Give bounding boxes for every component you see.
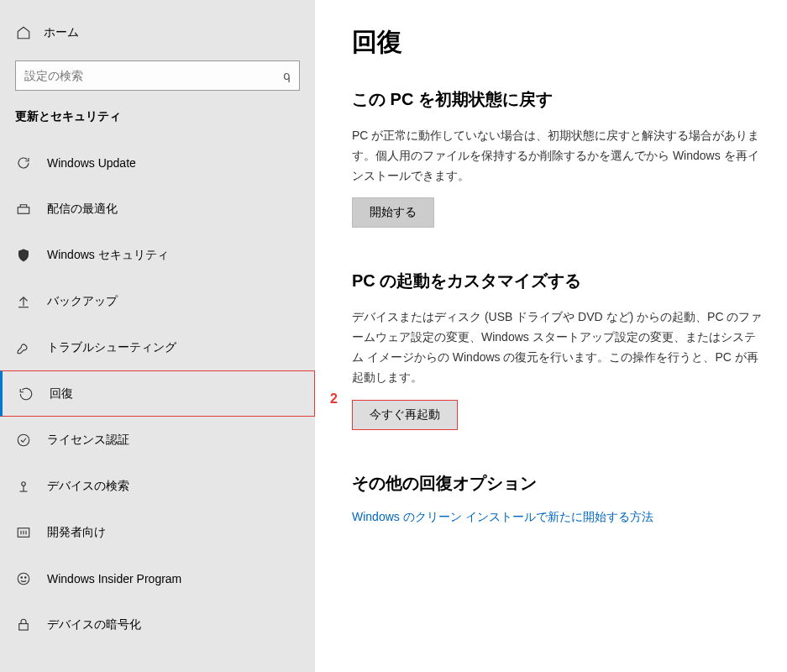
sidebar-item-label: 回復 — [50, 386, 73, 402]
sidebar-item-label: バックアップ — [47, 294, 118, 309]
sidebar-item-label: トラブルシューティング — [47, 340, 176, 355]
find-device-icon — [15, 479, 32, 494]
svg-point-6 — [25, 576, 27, 578]
sidebar-item-label: 開発者向け — [47, 525, 106, 540]
insider-icon — [15, 571, 32, 586]
advanced-body: デバイスまたはディスク (USB ドライブや DVD など) からの起動、PC … — [352, 307, 767, 387]
search-input[interactable]: ⍴ — [15, 60, 300, 91]
lock-icon — [15, 617, 32, 633]
sidebar: ホーム ⍴ 更新とセキュリティ Windows Update 配信の最適化 — [0, 0, 315, 672]
shield-icon — [15, 248, 32, 263]
sidebar-item-encryption[interactable]: デバイスの暗号化 — [0, 601, 315, 648]
search-field[interactable] — [24, 69, 283, 82]
sidebar-item-label: デバイスの検索 — [47, 479, 129, 494]
sidebar-item-windows-update[interactable]: Windows Update — [0, 139, 315, 186]
sidebar-item-recovery[interactable]: 1 回復 — [0, 370, 315, 417]
sidebar-item-label: 配信の最適化 — [47, 202, 118, 217]
advanced-heading: PC の起動をカスタマイズする — [352, 270, 767, 292]
home-icon — [15, 25, 32, 40]
sidebar-item-label: Windows Insider Program — [47, 572, 181, 585]
developer-icon — [15, 525, 32, 540]
sidebar-item-activation[interactable]: ライセンス認証 — [0, 417, 315, 463]
sidebar-section-title: 更新とセキュリティ — [0, 109, 315, 139]
sidebar-item-insider[interactable]: Windows Insider Program — [0, 555, 315, 601]
check-circle-icon — [15, 433, 32, 448]
sidebar-item-find-device[interactable]: デバイスの検索 — [0, 463, 315, 509]
svg-rect-7 — [19, 623, 29, 630]
sidebar-nav: Windows Update 配信の最適化 Windows セキュリティ — [0, 139, 315, 648]
sidebar-item-developers[interactable]: 開発者向け — [0, 509, 315, 555]
svg-point-5 — [21, 576, 23, 578]
sync-icon — [15, 155, 32, 171]
svg-rect-0 — [18, 207, 29, 213]
sidebar-item-delivery-optimization[interactable]: 配信の最適化 — [0, 186, 315, 232]
sidebar-item-label: ライセンス認証 — [47, 433, 129, 448]
sidebar-item-security[interactable]: Windows セキュリティ — [0, 232, 315, 278]
page-title: 回復 — [352, 25, 767, 60]
restart-now-button[interactable]: 今すぐ再起動 — [352, 400, 458, 430]
clean-install-link[interactable]: Windows のクリーン インストールで新たに開始する方法 — [352, 510, 653, 523]
wrench-icon — [15, 340, 32, 355]
sidebar-item-backup[interactable]: バックアップ — [0, 278, 315, 324]
svg-point-4 — [18, 573, 29, 585]
home-label: ホーム — [44, 25, 79, 40]
backup-icon — [15, 294, 32, 309]
delivery-icon — [15, 202, 32, 217]
sidebar-item-troubleshoot[interactable]: トラブルシューティング — [0, 324, 315, 370]
home-button[interactable]: ホーム — [0, 25, 315, 60]
recovery-icon — [18, 386, 34, 402]
sidebar-item-label: Windows セキュリティ — [47, 248, 169, 263]
sidebar-item-label: Windows Update — [47, 156, 136, 170]
other-recovery-section: その他の回復オプション Windows のクリーン インストールで新たに開始する… — [352, 472, 767, 525]
search-icon: ⍴ — [283, 69, 291, 82]
svg-point-1 — [18, 434, 29, 446]
reset-body: PC が正常に動作していない場合は、初期状態に戻すと解決する場合があります。個人… — [352, 126, 767, 186]
annotation-2: 2 — [330, 391, 338, 407]
advanced-startup-section: PC の起動をカスタマイズする デバイスまたはディスク (USB ドライブや D… — [352, 270, 767, 429]
main-content: 回復 この PC を初期状態に戻す PC が正常に動作していない場合は、初期状態… — [315, 0, 787, 672]
svg-point-2 — [22, 481, 26, 486]
other-heading: その他の回復オプション — [352, 472, 767, 495]
reset-heading: この PC を初期状態に戻す — [352, 88, 767, 111]
reset-start-button[interactable]: 開始する — [352, 197, 434, 228]
reset-pc-section: この PC を初期状態に戻す PC が正常に動作していない場合は、初期状態に戻す… — [352, 88, 767, 228]
sidebar-item-label: デバイスの暗号化 — [47, 617, 141, 633]
